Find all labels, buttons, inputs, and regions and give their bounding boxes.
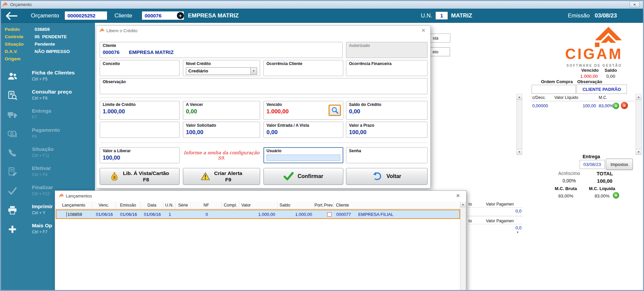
vencido-detail-button[interactable] — [329, 105, 341, 116]
ocorrencia-financeira-label: Ocorrência Financeira — [349, 61, 425, 67]
dialog-titlebar: Libere o Crédito ✕ — [96, 26, 430, 35]
divider — [100, 98, 428, 98]
rp-vencido-label: Vencido — [578, 68, 602, 73]
table-row[interactable]: 108859 01/06/16 01/06/16 01/06/16 1 0 1.… — [56, 210, 460, 219]
confirmar-button[interactable]: Confirmar — [263, 168, 343, 185]
close-icon[interactable]: ✕ — [421, 27, 426, 34]
valor-solicitado-value: 100,00 — [186, 129, 257, 136]
cell-valor: 1.000,00 — [240, 210, 278, 218]
mc-bruta-value: 83,00% — [552, 193, 580, 198]
sidebar-item-entrega[interactable]: EntregaF7 — [0, 105, 95, 124]
limite-credito-group: Limite de Crédito 1.000,00 — [100, 101, 180, 120]
ocorrencia-cliente-field[interactable]: Ocorrência Cliente — [263, 60, 343, 76]
observacao-field[interactable]: Observação — [100, 78, 428, 94]
scroll-up-icon[interactable]: ▲ — [636, 94, 641, 100]
lancamentos-vscrollbar[interactable]: ▲ — [460, 201, 466, 291]
close-icon[interactable]: ✕ — [456, 193, 460, 199]
sidebar-item-consultar-preco[interactable]: Consultar preçoCtrl + F6 — [0, 86, 95, 105]
sidebar-item-efetivar[interactable]: EfetivarCtrl + F4 — [0, 163, 95, 182]
close-icon[interactable]: ✕ — [630, 1, 640, 7]
clients-icon — [7, 71, 17, 81]
scroll-down-icon[interactable]: ▼ — [636, 149, 641, 155]
info-origem-label: Origem — [5, 56, 20, 61]
right-grid-vscrollbar[interactable]: ▲ ▼ — [636, 94, 642, 155]
entrega-date-field[interactable]: 03/08/23 — [580, 160, 605, 169]
senha-label: Senha — [349, 149, 425, 154]
valor-entrada-label: Valor Entrada / A Vista — [266, 123, 340, 128]
cell-prev — [324, 210, 334, 218]
info-pedido-value: 036859 — [35, 27, 50, 32]
prev-checkbox[interactable] — [327, 212, 332, 217]
a-vencer-label: A Vencer — [186, 102, 257, 108]
limite-credito-value: 1.000,00 — [103, 108, 177, 115]
rp-saldo-value: 0,00 — [602, 74, 620, 79]
impostos-button[interactable]: Impostos — [606, 159, 633, 170]
svg-text:$: $ — [113, 175, 115, 179]
back-arrow-icon[interactable] — [5, 11, 18, 20]
valor-liberar-label: Valor a Liberar — [103, 149, 177, 154]
sidebar-item-ficha-clientes[interactable]: Ficha de ClientesCtrl + F5 — [0, 67, 95, 86]
un-field[interactable]: 1 — [435, 11, 448, 20]
add-item-icon[interactable]: + — [613, 103, 619, 109]
info-controle-label: Controle — [5, 34, 23, 39]
sidebar-item-situacao[interactable]: SituaçãoCtrl + F11 — [0, 143, 95, 163]
sidebar-item-pagamento[interactable]: PagamentoF8 — [0, 124, 95, 143]
pay-col-valor-pagamento: Valor Pagamen — [486, 219, 514, 223]
orcamento-window: Orçamento ✕ Orçamento 0000025252 Cliente… — [0, 0, 644, 291]
cell-port — [315, 210, 324, 218]
mc-plus-icon[interactable]: + — [613, 192, 619, 198]
nivel-credito-group: Nível Crédito Crediário ▼ — [183, 60, 260, 76]
conceito-field[interactable]: Conceito — [100, 60, 180, 76]
check-icon — [7, 186, 17, 196]
cell-lancamento: 108859 — [56, 210, 93, 218]
scroll-up-icon[interactable]: ▲ — [517, 94, 522, 100]
saldo-credito-value: 0,00 — [349, 108, 425, 115]
conceito-label: Conceito — [103, 61, 177, 67]
window-title: Orçamento — [10, 2, 32, 7]
un-name: MATRIZ — [451, 9, 472, 23]
truck-icon — [7, 110, 17, 120]
grid-vscrollbar[interactable]: ▲ ▼ — [516, 94, 522, 155]
ocorrencia-financeira-field[interactable]: Ocorrência Financeira — [346, 60, 428, 76]
mc-liquida-label: M.C. Líquida — [586, 186, 618, 191]
a-vencer-value: 0,00 — [186, 108, 257, 115]
senha-hint: Informe a senha da configuração S9. — [183, 147, 260, 163]
remove-item-icon[interactable]: ✕ — [621, 102, 628, 109]
chevron-down-icon[interactable]: ▼ — [250, 68, 257, 74]
info-pedido-label: Pedido — [5, 27, 20, 32]
scroll-down-icon[interactable]: ▼ — [517, 149, 522, 155]
grid-val-liquido: 100,00 — [575, 103, 596, 108]
valor-entrada-group: Valor Entrada / A Vista 0,00 — [263, 122, 343, 138]
voltar-button[interactable]: Voltar — [346, 168, 428, 185]
rp-saldo-label: Saldo — [602, 68, 620, 73]
usuario-group: Usuário — [263, 147, 343, 163]
undo-arrow-icon — [372, 172, 382, 181]
lancamentos-window: Lançamentos ✕ Lançamento Venc. Emissão D… — [55, 190, 466, 291]
phone-icon — [7, 148, 17, 158]
saldo-credito-label: Saldo do Crédito — [349, 102, 425, 108]
cigam-house-logo — [593, 27, 624, 48]
senha-field[interactable]: Senha — [346, 147, 428, 163]
add-cliente-icon[interactable]: + — [177, 12, 184, 19]
mc-bruta-label: M.C. Bruta — [552, 186, 580, 191]
limite-credito-label: Limite de Crédito — [103, 102, 177, 108]
criar-alerta-button[interactable]: Criar AlertaF9 — [183, 168, 260, 185]
warning-icon — [201, 172, 210, 181]
scroll-down-icon[interactable]: ▼ — [516, 231, 519, 234]
cell-venc: 01/06/16 — [93, 210, 116, 218]
usuario-input[interactable] — [266, 155, 340, 161]
scroll-up-icon[interactable]: ▲ — [460, 201, 465, 207]
partial-field-vista: sta — [428, 34, 450, 43]
cliente-value: 000076EMPRESA MATRIZ — [103, 49, 340, 55]
ordem-compra-input[interactable] — [532, 85, 576, 94]
app-logo-icon — [59, 193, 64, 197]
lib-vista-cartao-button[interactable]: $ Lib. Á Vista/CartãoF8 — [100, 168, 180, 185]
valor-prazo-label: Valor a Prazo — [349, 123, 425, 128]
grid-col-mc: M.C. — [599, 95, 607, 100]
cell-data: 01/06/16 — [141, 210, 164, 218]
a-vencer-group: A Vencer 0,00 — [183, 101, 260, 120]
doc-pencil-icon — [7, 167, 17, 177]
nivel-credito-select[interactable]: Crediário ▼ — [186, 67, 257, 75]
grid-col-cdesc: c/Desc. — [532, 95, 546, 100]
orcamento-number-field[interactable]: 0000025252 — [64, 11, 107, 20]
